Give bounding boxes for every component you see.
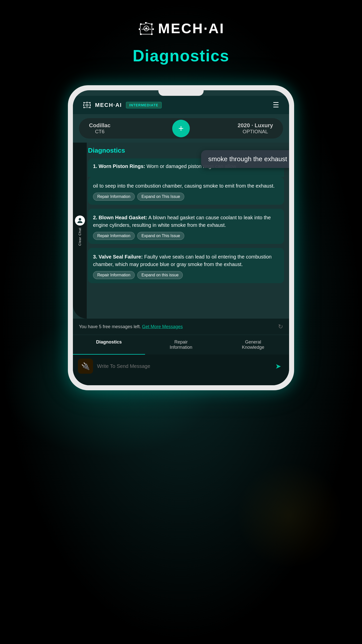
app-header: MECH·AI INTERMEDIATE ☰ bbox=[73, 96, 289, 114]
skill-badge: INTERMEDIATE bbox=[126, 102, 162, 108]
vehicle-left-info[interactable]: Codillac CT6 bbox=[84, 118, 116, 139]
chat-area: smoke through the exhaust Diagnostics 1.… bbox=[73, 143, 289, 319]
clear-chat-label: Clear Chat bbox=[78, 228, 82, 246]
vehicle-right-info[interactable]: 2020 · Luxury OPTIONAL bbox=[233, 118, 278, 139]
bottom-nav: Diagnostics RepairInformation GeneralKno… bbox=[73, 335, 289, 355]
card-1-buttons: Repair Information Expand on This Issue bbox=[93, 193, 279, 201]
svg-point-32 bbox=[86, 105, 87, 106]
svg-line-8 bbox=[147, 23, 151, 24]
vehicle-year: 2020 · Luxury bbox=[238, 122, 273, 129]
tooltip-bubble: smoke through the exhaust bbox=[201, 150, 289, 168]
card-2-repair-btn[interactable]: Repair Information bbox=[93, 232, 135, 240]
messages-left-text: You have 5 free messages left. bbox=[79, 324, 141, 329]
vehicle-make: Codillac bbox=[89, 122, 111, 129]
tooltip-text: smoke through the exhaust bbox=[208, 155, 287, 163]
card-1-body: oil to seep into the combustion chamber,… bbox=[93, 182, 279, 190]
vehicle-trim: OPTIONAL bbox=[243, 129, 268, 135]
card-1-expand-btn[interactable]: Expand on This Issue bbox=[137, 193, 185, 201]
svg-rect-2 bbox=[151, 23, 153, 25]
svg-point-33 bbox=[79, 218, 81, 221]
svg-rect-18 bbox=[86, 102, 87, 103]
logo-circuit-icon bbox=[138, 21, 155, 36]
card-2-expand-btn[interactable]: Expand on This Issue bbox=[137, 232, 185, 240]
hamburger-button[interactable]: ☰ bbox=[273, 101, 279, 109]
svg-rect-6 bbox=[151, 33, 153, 35]
avatar-icon bbox=[76, 217, 83, 224]
logo-text: MECH·AI bbox=[158, 20, 224, 36]
card-3-buttons: Repair Information Expand on this issue bbox=[93, 271, 279, 279]
user-avatar bbox=[75, 216, 85, 226]
tab-repair-label: RepairInformation bbox=[170, 339, 192, 350]
svg-point-16 bbox=[145, 27, 147, 29]
message-input[interactable] bbox=[97, 363, 268, 369]
diagnostic-card-3: 3. Valve Seal Failure: Faulty valve seal… bbox=[88, 248, 284, 283]
app-name-text: MECH·AI bbox=[95, 102, 122, 108]
card-2-buttons: Repair Information Expand on This Issue bbox=[93, 232, 279, 240]
svg-line-25 bbox=[87, 102, 89, 103]
svg-rect-23 bbox=[89, 107, 90, 108]
page-title: Diagnostics bbox=[133, 47, 230, 65]
card-2-title: 2. Blown Head Gasket: A blown head gaske… bbox=[93, 214, 279, 229]
svg-rect-21 bbox=[90, 105, 91, 106]
send-icon: ➤ bbox=[275, 362, 281, 370]
diagnostic-card-1: oil to seep into the combustion chamber,… bbox=[88, 177, 284, 205]
phone-bottom-pad bbox=[73, 378, 289, 385]
svg-rect-19 bbox=[89, 102, 90, 103]
svg-rect-3 bbox=[139, 28, 140, 30]
refresh-icon[interactable]: ↻ bbox=[278, 323, 283, 330]
tab-diagnostics-label: Diagnostics bbox=[96, 339, 122, 345]
card-1-repair-btn[interactable]: Repair Information bbox=[93, 193, 135, 201]
app-logo-icon bbox=[83, 102, 91, 109]
plus-icon: + bbox=[178, 124, 184, 133]
card-3-title: 3. Valve Seal Failure: Faulty valve seal… bbox=[93, 253, 279, 268]
svg-rect-17 bbox=[83, 102, 84, 103]
card-3-repair-btn[interactable]: Repair Information bbox=[93, 271, 135, 279]
send-button[interactable]: ➤ bbox=[272, 360, 284, 372]
app-logo: MECH·AI bbox=[138, 20, 224, 36]
svg-rect-20 bbox=[83, 105, 84, 106]
tab-general-knowledge[interactable]: GeneralKnowledge bbox=[217, 335, 289, 355]
phone-frame: MECH·AI INTERMEDIATE ☰ Codillac CT6 + bbox=[68, 85, 294, 390]
tab-diagnostics[interactable]: Diagnostics bbox=[73, 335, 145, 355]
messages-bar: You have 5 free messages left. Get More … bbox=[73, 319, 289, 335]
svg-rect-22 bbox=[83, 107, 84, 108]
svg-rect-1 bbox=[145, 22, 147, 24]
svg-rect-0 bbox=[140, 23, 142, 25]
diagnostic-card-2: 2. Blown Head Gasket: A blown head gaske… bbox=[88, 209, 284, 244]
card-3-expand-btn[interactable]: Expand on this issue bbox=[137, 271, 183, 279]
message-input-area: 🔌 ➤ bbox=[73, 355, 289, 378]
tab-repair-information[interactable]: RepairInformation bbox=[145, 335, 217, 355]
vehicle-model: CT6 bbox=[95, 129, 105, 135]
phone-notch bbox=[158, 90, 204, 96]
svg-rect-5 bbox=[140, 33, 142, 35]
obd-icon: 🔌 bbox=[81, 362, 90, 370]
add-vehicle-button[interactable]: + bbox=[172, 120, 190, 137]
svg-rect-4 bbox=[152, 28, 154, 30]
vehicle-selector: Codillac CT6 + 2020 · Luxury OPTIONAL bbox=[79, 118, 283, 139]
clear-chat-sidebar[interactable]: Clear Chat bbox=[73, 143, 87, 319]
obd-icon-wrap: 🔌 bbox=[78, 359, 93, 374]
tab-general-label: GeneralKnowledge bbox=[242, 339, 264, 350]
get-more-messages-link[interactable]: Get More Messages bbox=[142, 324, 183, 329]
